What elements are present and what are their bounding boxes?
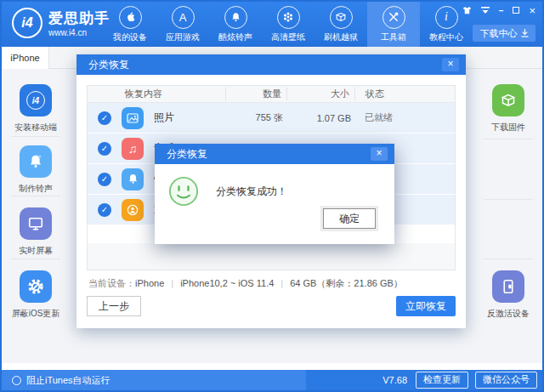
row-status: 已就绪 [354,111,455,124]
photos-icon [122,107,144,129]
radio-unchecked-icon[interactable] [12,376,21,385]
back-button[interactable]: 上一步 [87,296,141,316]
popup-title: 分类恢复 [167,147,371,162]
checkbox-checked-icon[interactable]: ✓ [98,142,111,156]
block-itunes-toggle[interactable]: 阻止iTunes自动运行 [2,370,306,390]
ok-button[interactable]: 确定 [323,208,376,229]
app-window: i4 爱思助手 www.i4.cn 我的设备 A 应用游戏 酷炫铃声 [0,0,544,392]
top-navigation-bar: i4 爱思助手 www.i4.cn 我的设备 A 应用游戏 酷炫铃声 [2,2,542,47]
table-header-row: 恢复内容 数量 大小 状态 [88,86,455,103]
nav-label: 我的设备 [113,31,147,43]
info-icon: i [435,6,458,29]
nav-item-wallpapers[interactable]: 高清壁纸 [262,2,314,47]
app-url: www.i4.cn [48,28,110,37]
block-ios-update-icon [20,270,52,303]
bell-icon [224,6,247,29]
main-nav: 我的设备 A 应用游戏 酷炫铃声 高清壁纸 [104,2,473,47]
wechat-official-button[interactable]: 微信公众号 [475,372,537,389]
sidebar-item-deactivate-device[interactable]: 反激活设备 [474,270,542,320]
row-label: 照片 [154,111,174,125]
dialog-title: 分类恢复 [88,58,442,72]
version-label: V7.68 [382,375,407,385]
nav-item-my-devices[interactable]: 我的设备 [104,2,156,47]
table-footer-area [88,243,455,270]
i4-app-icon: i4 [20,84,52,116]
live-screen-icon [20,207,52,240]
smiley-success-icon [168,176,199,207]
music-icon: ♫ [122,138,144,160]
success-message: 分类恢复成功！ [216,185,287,199]
right-sidebar: 下载固件 反激活设备 [474,69,542,363]
app-title: 爱思助手 [48,9,110,28]
tab-iphone[interactable]: iPhone [2,47,49,69]
nav-item-jailbreak[interactable]: 刷机越狱 [314,2,367,47]
minimize-button[interactable]: – [499,6,504,15]
restore-now-button[interactable]: 立即恢复 [396,296,456,316]
check-update-button[interactable]: 检查更新 [416,372,468,389]
checkbox-checked-icon[interactable]: ✓ [98,173,111,186]
table-row-photos[interactable]: ✓ 照片 755 张 1.07 GB 已就绪 [88,103,455,134]
nav-label: 工具箱 [381,31,406,43]
row-size: 1.07 GB [286,113,354,123]
skin-icon[interactable] [462,6,472,14]
content-bottom-strip [2,363,542,370]
maximize-button[interactable] [513,7,519,14]
nav-label: 高清壁纸 [271,31,305,43]
nav-label: 刷机越狱 [324,31,358,43]
firmware-cube-icon [492,84,524,116]
nav-item-toolbox[interactable]: 工具箱 [367,2,420,47]
ringtone-maker-icon [20,145,52,178]
sidebar-item-make-ringtone[interactable]: 制作铃声 [2,145,70,195]
download-center-label: 下载中心 [480,27,518,40]
nav-label: 应用游戏 [166,31,200,43]
nav-label: 教程中心 [429,31,463,43]
toolbox-wrench-icon [382,6,405,29]
restore-success-popup: 分类恢复 × 分类恢复成功！ 确定 [155,144,394,244]
col-header-size: 大小 [286,88,354,100]
deactivate-device-icon [492,270,524,303]
i4-logo-icon: i4 [12,8,42,38]
popup-close-icon[interactable]: × [371,147,388,161]
current-device-info: 当前设备：iPhone|iPhone10,2 ~ iOS 11.4|64 GB（… [88,277,403,290]
sidebar-item-block-ios-update[interactable]: 屏蔽iOS更新 [2,270,70,320]
sidebar-item-install-mobile[interactable]: i4 安装移动端 [2,84,70,134]
dialog-close-icon[interactable]: × [442,58,459,71]
apple-icon [119,6,142,29]
checkbox-checked-icon[interactable]: ✓ [98,111,111,125]
checkbox-checked-icon[interactable]: ✓ [98,203,111,217]
window-controls: – × [462,4,536,16]
jailbreak-icon [330,6,353,29]
download-icon [521,29,529,37]
wallpaper-icon [277,6,300,29]
block-itunes-label: 阻止iTunes自动运行 [26,374,110,387]
status-bar: 阻止iTunes自动运行 V7.68 检查更新 微信公众号 [2,370,542,390]
window-close-button[interactable]: × [529,4,536,17]
contacts-icon [122,199,144,221]
popup-header: 分类恢复 × [155,144,394,164]
appstore-icon: A [172,6,195,29]
col-header-qty: 数量 [225,88,286,100]
main-menu-icon[interactable] [481,7,490,14]
nav-label: 酷炫铃声 [218,31,252,43]
download-center-button[interactable]: 下载中心 [473,25,536,42]
col-header-status: 状态 [354,88,455,100]
nav-item-ringtones[interactable]: 酷炫铃声 [209,2,262,47]
sidebar-item-download-firmware[interactable]: 下载固件 [474,84,542,134]
left-sidebar: i4 安装移动端 制作铃声 实时屏幕 屏蔽iOS更新 [2,69,70,363]
col-header-content: 恢复内容 [88,88,225,100]
row-qty: 755 张 [225,111,286,124]
sidebar-item-live-screen[interactable]: 实时屏幕 [2,207,70,257]
app-logo: i4 爱思助手 www.i4.cn [12,8,110,38]
ringtone-icon [122,168,144,190]
nav-item-apps-games[interactable]: A 应用游戏 [156,2,209,47]
dialog-header: 分类恢复 × [76,54,466,75]
